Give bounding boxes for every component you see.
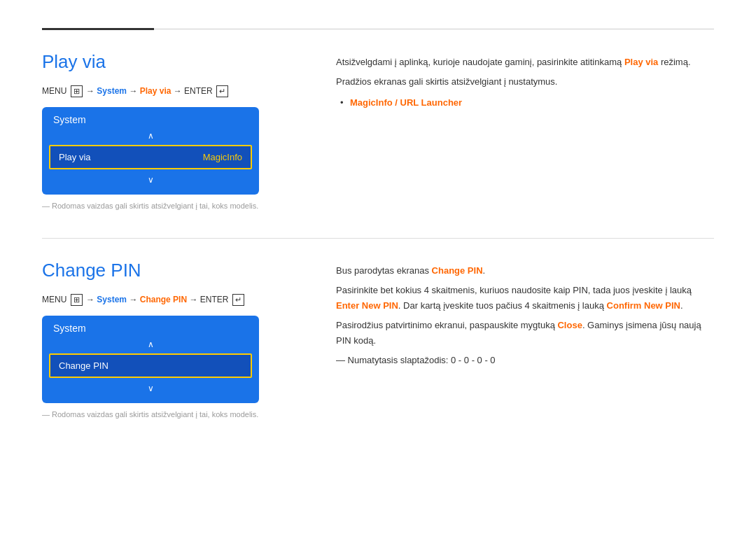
bullet-list-play-via: MagicInfo / URL Launcher [336,95,714,111]
top-border [42,28,714,30]
desc-play-via-2: Pradžios ekranas gali skirtis atsižvelgi… [336,74,714,90]
enter-icon-2: ↵ [232,294,244,306]
close-highlight: Close [557,320,582,330]
bullet-item-magicinfo: MagicInfo / URL Launcher [350,95,714,111]
menu-icon-2: ⊞ [71,294,83,306]
system-box-item-playvia[interactable]: Play via MagicInfo [49,145,252,169]
section-title-play-via: Play via [42,51,308,73]
section-title-change-pin: Change PIN [42,260,308,281]
desc-change-pin-3: Pasirodžius patvirtinimo ekranui, paspau… [336,318,714,349]
system-label: System [97,86,127,96]
section-divider [42,238,714,239]
enter-new-pin-highlight: Enter New PIN [336,300,398,311]
top-border-thick [42,28,154,30]
changepin-label: Change PIN [140,295,187,304]
playvia-highlight-1: Play via [624,57,658,67]
arrow-up-1: ∧ [42,129,259,142]
system-label-2: System [97,295,127,304]
menu-icon: ⊞ [71,85,83,97]
top-border-thin [154,29,714,29]
confirm-new-pin-highlight: Confirm New PIN [607,300,680,311]
desc-change-pin-2: Pasirinkite bet kokius 4 skaitmenis, kur… [336,283,714,314]
note-change-pin: Rodomas vaizdas gali skirtis atsižvelgia… [42,410,308,419]
page-container: Play via MENU ⊞ → System → Play via → EN… [0,0,756,475]
item-value-magicinfo: MagicInfo [203,152,242,162]
note-play-via: Rodomas vaizdas gali skirtis atsižvelgia… [42,202,308,210]
system-box-header-1: System [42,107,259,129]
arrow-down-2: ∨ [42,381,259,396]
desc-change-pin-1: Bus parodytas ekranas Change PIN. [336,263,714,279]
section-change-pin: Change PIN MENU ⊞ → System → Change PIN … [42,260,714,419]
section-play-via: Play via MENU ⊞ → System → Play via → EN… [42,51,714,210]
playvia-label: Play via [140,86,172,96]
section-right-change-pin: Bus parodytas ekranas Change PIN. Pasiri… [336,260,714,419]
item-label-changepin: Change PIN [59,360,108,371]
section-left-play-via: Play via MENU ⊞ → System → Play via → EN… [42,51,308,210]
system-box-item-changepin[interactable]: Change PIN [49,353,252,378]
system-box-play-via: System ∧ Play via MagicInfo ∨ [42,107,259,195]
desc-play-via-1: Atsižvelgdami į aplinką, kurioje naudoja… [336,55,714,70]
item-label-playvia: Play via [59,152,91,162]
arrow-down-1: ∨ [42,172,259,188]
magicinfo-link: MagicInfo / URL Launcher [350,97,462,108]
section-right-play-via: Atsižvelgdami į aplinką, kurioje naudoja… [336,51,714,210]
enter-icon: ↵ [216,85,228,97]
changepin-highlight: Change PIN [432,265,483,276]
desc-change-pin-4: ― Numatytasis slaptažodis: 0 - 0 - 0 - 0 [336,353,714,368]
section-left-change-pin: Change PIN MENU ⊞ → System → Change PIN … [42,260,308,419]
system-box-change-pin: System ∧ Change PIN ∨ [42,316,259,403]
menu-path-change-pin: MENU ⊞ → System → Change PIN → ENTER ↵ [42,294,308,306]
menu-path-play-via: MENU ⊞ → System → Play via → ENTER ↵ [42,85,308,97]
system-box-header-2: System [42,316,259,338]
arrow-up-2: ∧ [42,338,259,351]
